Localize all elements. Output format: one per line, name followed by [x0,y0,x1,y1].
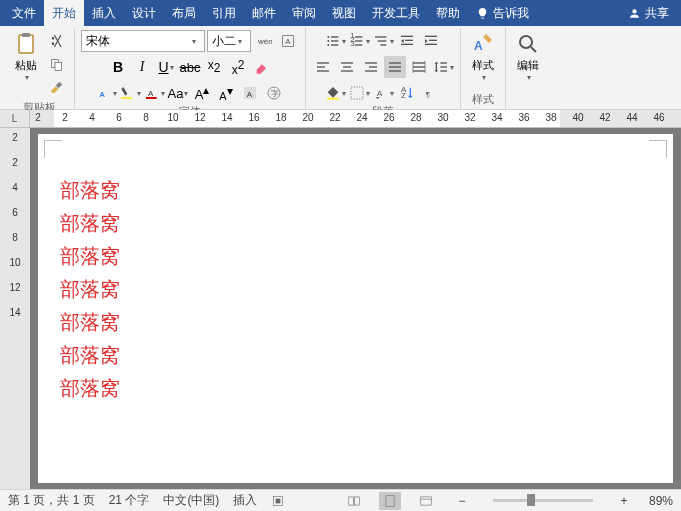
line-spacing-button[interactable]: ▾ [432,56,454,78]
document-line[interactable]: 部落窝 [60,174,655,207]
font-color-button[interactable]: A▾ [143,82,165,104]
group-paragraph: ▾ 123▾ ▾ ▾ ▾ ▾ A▾ [306,28,461,109]
ruler-tick: 6 [116,112,122,123]
highlight-button[interactable]: ▾ [119,82,141,104]
editing-button[interactable]: 编辑 ▾ [512,30,544,84]
decrease-indent-button[interactable] [396,30,418,52]
char-shading-button[interactable]: A [239,82,261,104]
status-words[interactable]: 21 个字 [109,492,150,509]
zoom-percent[interactable]: 89% [649,494,673,508]
svg-rect-37 [317,62,329,63]
zoom-slider[interactable] [493,499,593,502]
menu-references[interactable]: 引用 [204,0,244,26]
sort-button[interactable]: AZ [396,82,418,104]
menu-insert[interactable]: 插入 [84,0,124,26]
menu-help[interactable]: 帮助 [428,0,468,26]
clear-formatting-button[interactable] [251,56,273,78]
ruler-tick: 40 [572,112,583,123]
svg-point-16 [327,36,329,38]
multilevel-button[interactable]: ▾ [372,30,394,52]
format-painter-button[interactable] [46,78,68,100]
enclose-char-button[interactable]: 字 [263,82,285,104]
svg-text:wén: wén [257,37,272,46]
menu-layout[interactable]: 布局 [164,0,204,26]
font-color-icon: A [144,85,160,101]
text-effects-button[interactable]: A▾ [95,82,117,104]
ruler-tick: 44 [626,112,637,123]
menu-home[interactable]: 开始 [44,0,84,26]
ruler-tick: 2 [35,112,41,123]
menu-mail[interactable]: 邮件 [244,0,284,26]
bullets-button[interactable]: ▾ [324,30,346,52]
align-center-button[interactable] [336,56,358,78]
align-justify-button[interactable] [384,56,406,78]
status-page[interactable]: 第 1 页，共 1 页 [8,492,95,509]
phonetic-guide-button[interactable]: wén [253,30,275,52]
asian-layout-button[interactable]: A▾ [372,82,394,104]
distributed-button[interactable] [408,56,430,78]
tell-me[interactable]: 告诉我 [468,0,537,26]
cut-button[interactable] [46,30,68,52]
document-line[interactable]: 部落窝 [60,339,655,372]
web-layout-button[interactable] [415,492,437,510]
bold-button[interactable]: B [107,56,129,78]
increase-indent-button[interactable] [420,30,442,52]
menu-view[interactable]: 视图 [324,0,364,26]
styles-button[interactable]: A 样式 ▾ [467,30,499,84]
share-button[interactable]: 共享 [620,0,677,26]
menu-design[interactable]: 设计 [124,0,164,26]
document-line[interactable]: 部落窝 [60,372,655,405]
status-language[interactable]: 中文(中国) [163,492,219,509]
document-line[interactable]: 部落窝 [60,240,655,273]
svg-rect-53 [440,66,447,67]
horizontal-ruler[interactable]: 2246810121416182022242628303234363840424… [30,110,681,127]
change-case-button[interactable]: Aa▾ [167,82,189,104]
slider-thumb[interactable] [527,494,535,506]
strikethrough-button[interactable]: abc [179,56,201,78]
svg-rect-50 [413,66,425,67]
character-border-button[interactable]: A [277,30,299,52]
underline-button[interactable]: U▾ [155,56,177,78]
borders-icon [349,85,365,101]
copy-button[interactable] [46,54,68,76]
read-mode-button[interactable] [343,492,365,510]
macro-icon[interactable] [271,494,285,508]
align-left-button[interactable] [312,56,334,78]
clipboard-icon [14,32,38,56]
svg-rect-49 [413,62,425,63]
paste-button[interactable]: 粘贴 ▾ [10,30,42,84]
status-mode[interactable]: 插入 [233,492,257,509]
font-size-input[interactable]: 小二▾ [207,30,251,52]
print-layout-button[interactable] [379,492,401,510]
document-line[interactable]: 部落窝 [60,306,655,339]
shrink-font-button[interactable]: A▾ [215,82,237,104]
svg-rect-46 [389,62,401,63]
superscript-button[interactable]: x2 [227,56,249,78]
grow-font-button[interactable]: A▴ [191,82,213,104]
menu-developer[interactable]: 开发工具 [364,0,428,26]
find-icon [516,32,540,56]
svg-rect-30 [380,44,386,45]
font-name-input[interactable]: 宋体▾ [81,30,205,52]
document-line[interactable]: 部落窝 [60,207,655,240]
document-page[interactable]: 部落窝部落窝部落窝部落窝部落窝部落窝部落窝 [38,134,673,483]
italic-button[interactable]: I [131,56,153,78]
align-right-button[interactable] [360,56,382,78]
document-body[interactable]: 部落窝部落窝部落窝部落窝部落窝部落窝部落窝 [56,174,655,405]
ruler-tick: 12 [194,112,205,123]
ruler-tick: 16 [248,112,259,123]
vertical-ruler[interactable]: 22468101214 [0,128,30,489]
zoom-out-button[interactable]: − [451,492,473,510]
svg-rect-39 [317,70,329,71]
svg-rect-55 [327,98,339,100]
ruler-tick: 22 [329,112,340,123]
document-line[interactable]: 部落窝 [60,273,655,306]
shading-button[interactable]: ▾ [324,82,346,104]
menu-review[interactable]: 审阅 [284,0,324,26]
borders-button[interactable]: ▾ [348,82,370,104]
numbering-button[interactable]: 123▾ [348,30,370,52]
zoom-in-button[interactable]: + [613,492,635,510]
menu-file[interactable]: 文件 [4,0,44,26]
subscript-button[interactable]: x2 [203,56,225,78]
show-marks-button[interactable]: ¶ [420,82,442,104]
